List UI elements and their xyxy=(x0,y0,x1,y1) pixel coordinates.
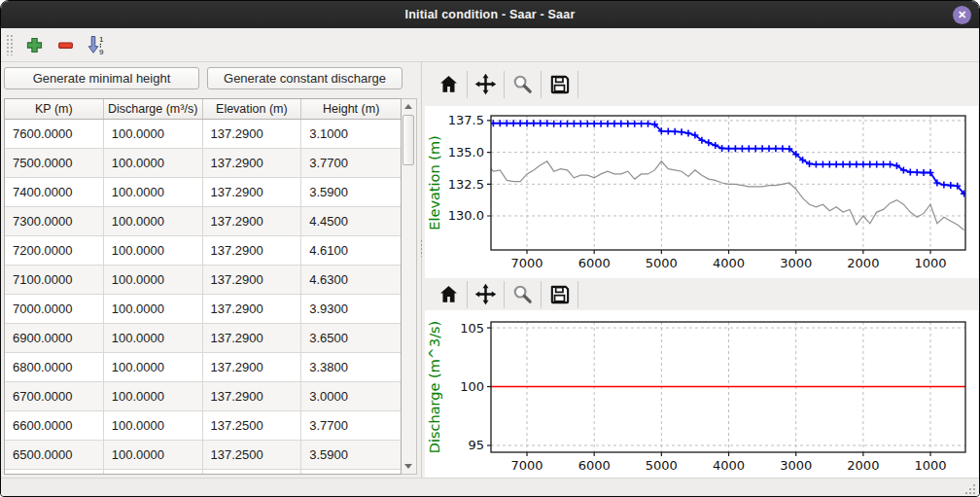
table-cell[interactable]: 100.0000 xyxy=(104,149,203,178)
table-cell[interactable]: 7600.0000 xyxy=(5,120,104,149)
table-row[interactable]: 7300.0000100.0000137.29004.4500 xyxy=(5,207,401,236)
pan-button[interactable] xyxy=(468,71,505,98)
table-cell[interactable]: 3.7700 xyxy=(301,149,401,178)
scroll-down-button[interactable] xyxy=(402,459,415,474)
table-row[interactable]: 6800.0000100.0000137.29003.3800 xyxy=(5,353,401,382)
table-cell[interactable]: 7100.0000 xyxy=(5,266,104,295)
table-cell[interactable]: 6900.0000 xyxy=(5,324,104,353)
table-cell[interactable]: 6500.0000 xyxy=(5,441,104,470)
add-row-button[interactable] xyxy=(21,32,47,57)
table-cell[interactable]: 100.0000 xyxy=(104,295,203,324)
table-cell[interactable]: 100.0000 xyxy=(104,207,203,236)
table-cell[interactable]: 137.2900 xyxy=(203,295,302,324)
home-icon xyxy=(438,73,460,95)
table-cell[interactable]: 3.0000 xyxy=(301,382,401,411)
resize-grip[interactable] xyxy=(973,492,975,494)
table-row[interactable]: 7400.0000100.0000137.29003.5900 xyxy=(5,178,401,207)
table-cell[interactable]: 4.6300 xyxy=(301,266,401,295)
table-cell[interactable]: 137.2900 xyxy=(203,178,302,207)
sort-button[interactable]: 1 9 xyxy=(84,32,109,57)
close-button[interactable]: ✕ xyxy=(953,6,971,24)
table-scrollbar[interactable] xyxy=(402,98,417,475)
svg-text:95: 95 xyxy=(468,438,484,452)
table-row[interactable]: 6700.0000100.0000137.29003.0000 xyxy=(5,382,401,411)
scrollbar-thumb[interactable] xyxy=(402,115,414,165)
table-cell[interactable]: 6600.0000 xyxy=(5,411,104,441)
generate-minimal-height-button[interactable]: Generate minimal height xyxy=(4,67,199,89)
table-cell[interactable]: 4.6100 xyxy=(301,236,401,266)
charts-panel: 7000600050004000300020001000137.5135.013… xyxy=(425,62,979,478)
zoom-button[interactable] xyxy=(505,71,542,98)
home-button[interactable] xyxy=(431,281,468,308)
table-cell[interactable]: 100.0000 xyxy=(104,382,203,411)
table-cell[interactable]: 137.2500 xyxy=(203,411,302,441)
table-cell[interactable] xyxy=(301,470,401,475)
column-header-height[interactable]: Height (m) xyxy=(301,99,401,119)
table-cell[interactable]: 137.2900 xyxy=(203,120,302,149)
table-cell[interactable]: 137.2900 xyxy=(203,324,302,353)
table-cell[interactable]: 100.0000 xyxy=(104,266,203,295)
table-row[interactable]: 7600.0000100.0000137.29003.1000 xyxy=(5,120,401,149)
table-cell[interactable]: 7400.0000 xyxy=(5,178,104,207)
table-cell[interactable]: 100.0000 xyxy=(104,411,203,441)
table-cell[interactable] xyxy=(203,470,302,475)
table-cell[interactable]: 100.0000 xyxy=(104,236,203,266)
column-header-elevation[interactable]: Elevation (m) xyxy=(203,99,302,119)
discharge-chart[interactable]: 700060005000400030002000100010510095Disc… xyxy=(425,310,978,478)
table-row[interactable]: 7500.0000100.0000137.29003.7700 xyxy=(5,149,401,178)
table-row[interactable]: 7000.0000100.0000137.29003.9300 xyxy=(5,295,401,324)
table-cell[interactable]: 100.0000 xyxy=(104,120,203,149)
table-cell[interactable]: 3.1000 xyxy=(301,120,401,149)
table-cell[interactable]: 100.0000 xyxy=(104,441,203,470)
save-button[interactable] xyxy=(542,281,578,308)
table-cell[interactable]: 100.0000 xyxy=(104,353,203,382)
table-cell[interactable]: 100.0000 xyxy=(104,324,203,353)
table-cell[interactable]: 7300.0000 xyxy=(5,207,104,236)
table-cell[interactable]: 3.9300 xyxy=(301,295,401,324)
svg-text:1000: 1000 xyxy=(914,256,946,270)
table-cell[interactable] xyxy=(104,470,203,475)
table-cell[interactable]: 137.2900 xyxy=(203,353,302,382)
toolbar-drag-handle[interactable] xyxy=(6,34,13,55)
table-cell[interactable]: 137.2900 xyxy=(203,207,302,236)
scroll-up-button[interactable] xyxy=(402,99,415,114)
titlebar[interactable]: Initial condition - Saar - Saar ✕ xyxy=(1,1,979,28)
table-cell[interactable]: 6700.0000 xyxy=(5,382,104,411)
triangle-down-icon xyxy=(404,464,412,469)
elevation-chart[interactable]: 7000600050004000300020001000137.5135.013… xyxy=(425,106,978,278)
table-cell[interactable]: 137.2900 xyxy=(203,382,302,411)
table-cell[interactable]: 4.4500 xyxy=(301,207,401,236)
column-header-kp[interactable]: KP (m) xyxy=(5,99,104,119)
panel-splitter[interactable] xyxy=(419,62,424,478)
pan-button[interactable] xyxy=(468,281,505,308)
generate-constant-discharge-button[interactable]: Generate constant discharge xyxy=(207,67,402,89)
table-cell[interactable]: 137.2900 xyxy=(203,266,302,295)
save-button[interactable] xyxy=(542,71,578,98)
table-row[interactable]: 7100.0000100.0000137.29004.6300 xyxy=(5,266,401,295)
triangle-up-icon xyxy=(404,104,412,109)
table-cell[interactable]: 7000.0000 xyxy=(5,295,104,324)
zoom-button[interactable] xyxy=(505,281,542,308)
table-row-partial[interactable] xyxy=(5,470,401,475)
table-cell[interactable] xyxy=(5,470,104,475)
table-cell[interactable]: 3.5900 xyxy=(301,178,401,207)
table-cell[interactable]: 137.2500 xyxy=(203,441,302,470)
table-cell[interactable]: 7500.0000 xyxy=(5,149,104,178)
table-cell[interactable]: 6800.0000 xyxy=(5,353,104,382)
remove-row-button[interactable] xyxy=(52,32,78,57)
table-cell[interactable]: 137.2900 xyxy=(203,149,302,178)
table-cell[interactable]: 137.2900 xyxy=(203,236,302,266)
table-row[interactable]: 6600.0000100.0000137.25003.7700 xyxy=(5,411,401,441)
table-row[interactable]: 7200.0000100.0000137.29004.6100 xyxy=(5,236,401,266)
column-header-discharge[interactable]: Discharge (m³/s) xyxy=(104,99,203,119)
table-cell[interactable]: 3.7700 xyxy=(301,411,401,441)
table-row[interactable]: 6900.0000100.0000137.29003.6500 xyxy=(5,324,401,353)
table-cell[interactable]: 3.5900 xyxy=(301,441,401,470)
svg-text:1: 1 xyxy=(99,35,104,44)
table-cell[interactable]: 100.0000 xyxy=(104,178,203,207)
table-cell[interactable]: 7200.0000 xyxy=(5,236,104,266)
table-row[interactable]: 6500.0000100.0000137.25003.5900 xyxy=(5,441,401,470)
home-button[interactable] xyxy=(431,71,468,98)
table-cell[interactable]: 3.6500 xyxy=(301,324,401,353)
table-cell[interactable]: 3.3800 xyxy=(301,353,401,382)
